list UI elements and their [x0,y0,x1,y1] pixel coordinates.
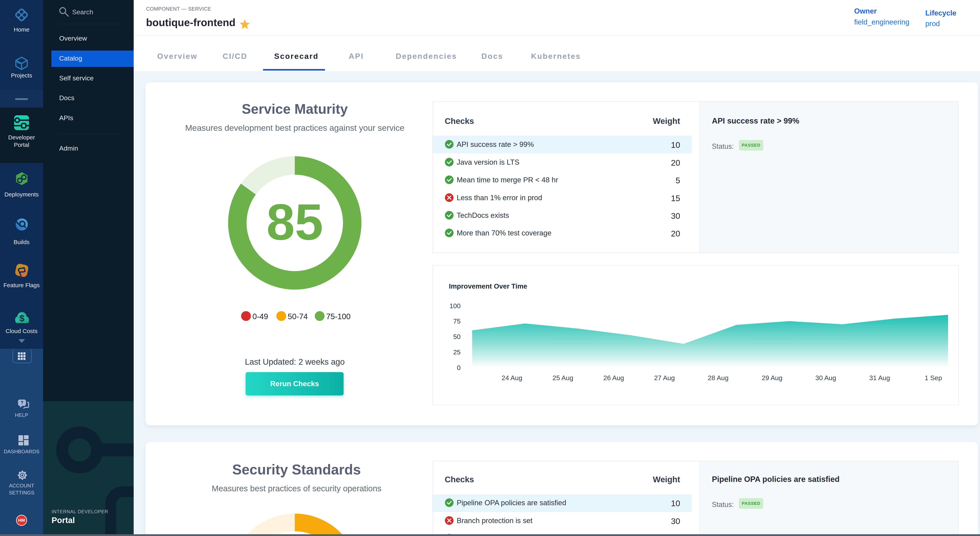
svg-text:$: $ [19,313,24,323]
svg-text:?: ? [21,400,24,405]
